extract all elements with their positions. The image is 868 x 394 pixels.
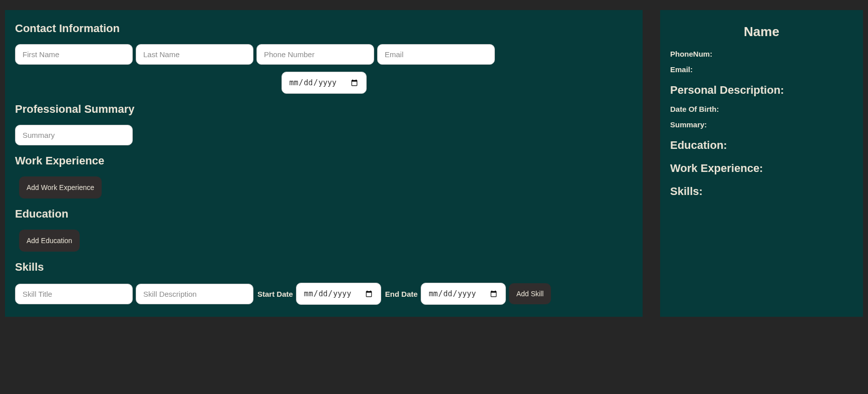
dob-input[interactable] xyxy=(281,72,367,94)
add-skill-button[interactable]: Add Skill xyxy=(509,283,551,304)
skill-end-date-input[interactable] xyxy=(421,283,506,305)
preview-dob-label: Date Of Birth: xyxy=(670,105,853,113)
dob-row xyxy=(15,72,633,94)
preview-summary-label: Summary: xyxy=(670,120,853,129)
skill-description-input[interactable] xyxy=(136,284,253,304)
add-work-button[interactable]: Add Work Experience xyxy=(19,176,102,199)
preview-phone-label: PhoneNum: xyxy=(670,50,853,58)
form-panel: Contact Information Professional Summary… xyxy=(5,10,643,317)
skill-title-input[interactable] xyxy=(15,284,133,304)
summary-row xyxy=(15,125,633,145)
skill-start-date-input[interactable] xyxy=(296,283,381,305)
add-education-button[interactable]: Add Education xyxy=(19,230,80,252)
first-name-input[interactable] xyxy=(15,44,133,65)
contact-heading: Contact Information xyxy=(15,22,633,35)
summary-heading: Professional Summary xyxy=(15,103,633,116)
education-button-row: Add Education xyxy=(19,230,633,252)
work-heading: Work Experience xyxy=(15,154,633,167)
start-date-label: Start Date xyxy=(257,290,293,298)
phone-input[interactable] xyxy=(256,44,374,65)
education-heading: Education xyxy=(15,208,633,221)
preview-personal-description-heading: Personal Description: xyxy=(670,84,853,97)
summary-input[interactable] xyxy=(15,125,133,145)
preview-skills-heading: Skills: xyxy=(670,185,853,198)
last-name-input[interactable] xyxy=(136,44,253,65)
email-input[interactable] xyxy=(377,44,495,65)
skills-row: Start Date End Date Add Skill xyxy=(15,283,633,305)
contact-row xyxy=(15,44,633,65)
preview-work-heading: Work Experience: xyxy=(670,162,853,175)
preview-panel: Name PhoneNum: Email: Personal Descripti… xyxy=(660,10,863,317)
preview-email-label: Email: xyxy=(670,65,853,74)
preview-name-heading: Name xyxy=(670,24,853,40)
end-date-label: End Date xyxy=(385,290,418,298)
preview-education-heading: Education: xyxy=(670,139,853,152)
skills-heading: Skills xyxy=(15,261,633,274)
work-button-row: Add Work Experience xyxy=(19,176,633,199)
